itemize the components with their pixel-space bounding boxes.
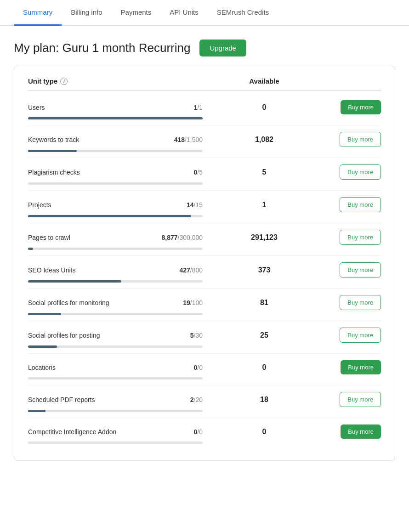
row-name: Social profiles for monitoring — [28, 299, 138, 306]
table-row: Competitive Intelligence Addon 0/0 0 Buy… — [28, 418, 381, 449]
table-row: Locations 0/0 0 Buy more — [28, 354, 381, 385]
progress-fill — [28, 280, 121, 283]
tab-api-units[interactable]: API Units — [160, 0, 208, 26]
row-action: Buy more — [326, 132, 381, 147]
row-usage: 1/1 — [138, 104, 203, 111]
row-available: 1,082 — [203, 136, 326, 144]
progress-bar — [28, 248, 203, 250]
table-row: Users 1/1 0 Buy more — [28, 94, 381, 125]
buy-more-button[interactable]: Buy more — [341, 100, 381, 114]
buy-more-button[interactable]: Buy more — [340, 197, 381, 212]
tabs-bar: SummaryBilling infoPaymentsAPI UnitsSEMr… — [0, 0, 409, 26]
col-available-header: Available — [203, 77, 326, 85]
progress-fill — [28, 313, 61, 315]
unit-type-label: Unit type — [28, 77, 57, 85]
row-name: Competitive Intelligence Addon — [28, 428, 138, 436]
row-action: Buy more — [326, 360, 381, 374]
progress-bar — [28, 117, 203, 119]
table-row: Projects 14/15 1 Buy more — [28, 191, 381, 223]
table-header: Unit type i Available — [28, 77, 381, 91]
tab-billing-info[interactable]: Billing info — [62, 0, 111, 26]
progress-bar — [28, 313, 203, 315]
buy-more-button[interactable]: Buy more — [340, 132, 381, 147]
row-name: Plagiarism checks — [28, 169, 138, 176]
row-available: 373 — [203, 266, 326, 274]
buy-more-button[interactable]: Buy more — [340, 164, 381, 180]
buy-more-button[interactable]: Buy more — [340, 230, 381, 245]
progress-bar — [28, 182, 203, 185]
row-name: Locations — [28, 364, 138, 371]
row-available: 0 — [203, 363, 326, 372]
row-usage: 5/30 — [138, 332, 203, 339]
row-action: Buy more — [326, 164, 381, 180]
row-usage: 0/0 — [138, 428, 203, 436]
progress-bar — [28, 280, 203, 283]
row-usage: 0/5 — [138, 169, 203, 176]
row-available: 0 — [203, 428, 326, 436]
progress-bar — [28, 410, 203, 412]
row-available: 18 — [203, 396, 326, 404]
row-action: Buy more — [326, 100, 381, 114]
progress-bar — [28, 150, 203, 152]
progress-bar — [28, 441, 203, 444]
row-action: Buy more — [326, 262, 381, 277]
main-card: Unit type i Available Users 1/1 0 Buy mo… — [14, 66, 395, 461]
row-usage: 14/15 — [138, 201, 203, 209]
tab-payments[interactable]: Payments — [112, 0, 161, 26]
row-action: Buy more — [326, 197, 381, 212]
row-available: 291,123 — [203, 233, 326, 242]
table-row: Pages to crawl 8,877/300,000 291,123 Buy… — [28, 223, 381, 256]
row-available: 5 — [203, 168, 326, 176]
progress-fill — [28, 215, 191, 217]
progress-fill — [28, 248, 33, 250]
tab-summary[interactable]: Summary — [14, 0, 62, 26]
buy-more-button[interactable]: Buy more — [340, 328, 381, 343]
table-row: Plagiarism checks 0/5 5 Buy more — [28, 158, 381, 191]
progress-fill — [28, 117, 203, 119]
row-usage: 418/1,500 — [138, 136, 203, 143]
buy-more-button[interactable]: Buy more — [340, 262, 381, 277]
table-row: Social profiles for posting 5/30 25 Buy … — [28, 321, 381, 354]
progress-fill — [28, 150, 77, 152]
row-usage: 427/800 — [138, 266, 203, 274]
progress-fill — [28, 410, 45, 412]
row-name: Keywords to track — [28, 136, 138, 143]
upgrade-button[interactable]: Upgrade — [199, 40, 246, 57]
row-name: Projects — [28, 201, 138, 209]
row-available: 25 — [203, 331, 326, 340]
table-row: Social profiles for monitoring 19/100 81… — [28, 289, 381, 321]
page-title: My plan: Guru 1 month Recurring — [14, 41, 190, 55]
row-available: 1 — [203, 201, 326, 209]
buy-more-button[interactable]: Buy more — [341, 424, 381, 439]
buy-more-button[interactable]: Buy more — [341, 360, 381, 374]
table-rows: Users 1/1 0 Buy more Keywords to track 4… — [28, 94, 381, 449]
progress-bar — [28, 215, 203, 217]
progress-bar — [28, 345, 203, 348]
row-available: 0 — [203, 103, 326, 112]
row-usage: 2/20 — [138, 396, 203, 403]
buy-more-button[interactable]: Buy more — [340, 392, 381, 407]
unit-type-info-icon[interactable]: i — [60, 78, 68, 85]
row-name: Users — [28, 104, 138, 111]
row-action: Buy more — [326, 328, 381, 343]
page-header: My plan: Guru 1 month Recurring Upgrade — [0, 26, 409, 66]
row-action: Buy more — [326, 295, 381, 310]
buy-more-button[interactable]: Buy more — [340, 295, 381, 310]
row-usage: 19/100 — [138, 299, 203, 306]
row-name: Pages to crawl — [28, 234, 138, 241]
row-action: Buy more — [326, 424, 381, 439]
table-row: Scheduled PDF reports 2/20 18 Buy more — [28, 385, 381, 418]
row-action: Buy more — [326, 230, 381, 245]
col-unit-type-header: Unit type i — [28, 77, 203, 85]
row-name: SEO Ideas Units — [28, 266, 138, 274]
table-row: Keywords to track 418/1,500 1,082 Buy mo… — [28, 125, 381, 158]
tab-semrush-credits[interactable]: SEMrush Credits — [208, 0, 278, 26]
row-usage: 0/0 — [138, 364, 203, 371]
row-action: Buy more — [326, 392, 381, 407]
row-name: Scheduled PDF reports — [28, 396, 138, 403]
table-row: SEO Ideas Units 427/800 373 Buy more — [28, 256, 381, 289]
row-name: Social profiles for posting — [28, 332, 138, 339]
progress-bar — [28, 377, 203, 379]
row-available: 81 — [203, 299, 326, 307]
row-usage: 8,877/300,000 — [138, 234, 203, 241]
